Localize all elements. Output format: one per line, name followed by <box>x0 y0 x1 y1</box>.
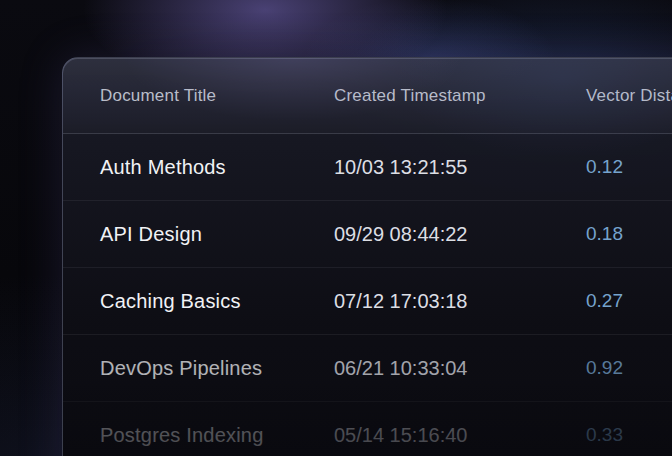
table-row[interactable]: Postgres Indexing 05/14 15:16:40 0.33 <box>63 402 672 456</box>
vector-distance-cell: 0.27 <box>586 290 672 312</box>
vector-distance-cell: 0.18 <box>586 223 672 245</box>
created-timestamp-cell: 09/29 08:44:22 <box>334 223 586 246</box>
document-title-cell: DevOps Pipelines <box>100 357 334 380</box>
table-row[interactable]: Auth Methods 10/03 13:21:55 0.12 <box>63 134 672 201</box>
table-row[interactable]: API Design 09/29 08:44:22 0.18 <box>63 201 672 268</box>
table-row[interactable]: DevOps Pipelines 06/21 10:33:04 0.92 <box>63 335 672 402</box>
column-header-created-timestamp: Created Timestamp <box>334 86 586 106</box>
document-title-cell: API Design <box>100 223 334 246</box>
documents-table-panel: Document Title Created Timestamp Vector … <box>62 57 672 456</box>
created-timestamp-cell: 10/03 13:21:55 <box>334 156 586 179</box>
document-title-cell: Auth Methods <box>100 156 334 179</box>
document-title-cell: Postgres Indexing <box>100 424 334 447</box>
column-header-document-title: Document Title <box>100 86 334 106</box>
column-header-vector-distance: Vector Distance <box>586 86 672 106</box>
created-timestamp-cell: 05/14 15:16:40 <box>334 424 586 447</box>
vector-distance-cell: 0.92 <box>586 357 672 379</box>
vector-distance-cell: 0.12 <box>586 156 672 178</box>
table-row[interactable]: Caching Basics 07/12 17:03:18 0.27 <box>63 268 672 335</box>
table-header-row: Document Title Created Timestamp Vector … <box>63 58 672 134</box>
vector-distance-cell: 0.33 <box>586 424 672 446</box>
created-timestamp-cell: 07/12 17:03:18 <box>334 290 586 313</box>
created-timestamp-cell: 06/21 10:33:04 <box>334 357 586 380</box>
document-title-cell: Caching Basics <box>100 290 334 313</box>
